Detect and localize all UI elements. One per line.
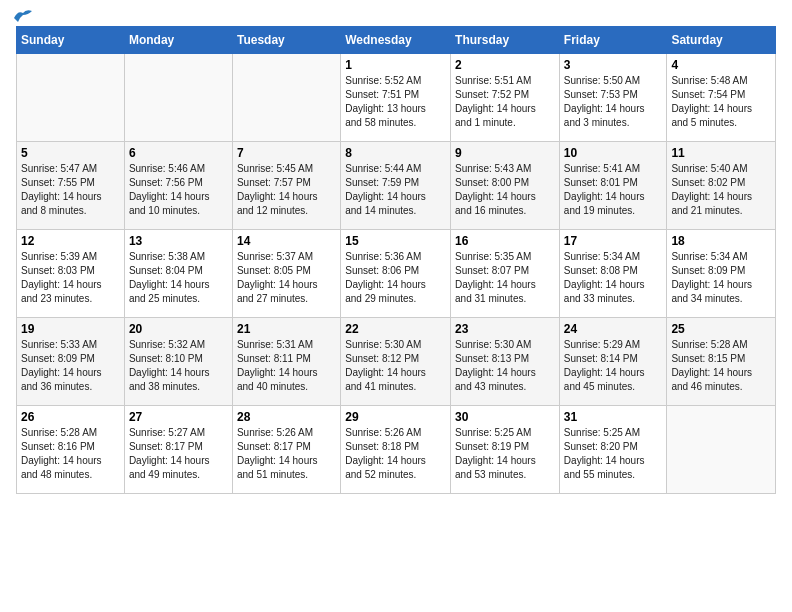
day-info: Sunrise: 5:52 AM Sunset: 7:51 PM Dayligh… bbox=[345, 74, 446, 130]
calendar-cell bbox=[124, 54, 232, 142]
day-number: 3 bbox=[564, 58, 663, 72]
calendar-cell: 24Sunrise: 5:29 AM Sunset: 8:14 PM Dayli… bbox=[559, 318, 667, 406]
day-number: 21 bbox=[237, 322, 336, 336]
calendar-cell: 29Sunrise: 5:26 AM Sunset: 8:18 PM Dayli… bbox=[341, 406, 451, 494]
calendar-cell: 13Sunrise: 5:38 AM Sunset: 8:04 PM Dayli… bbox=[124, 230, 232, 318]
day-info: Sunrise: 5:38 AM Sunset: 8:04 PM Dayligh… bbox=[129, 250, 228, 306]
day-info: Sunrise: 5:48 AM Sunset: 7:54 PM Dayligh… bbox=[671, 74, 771, 130]
weekday-header-sunday: Sunday bbox=[17, 27, 125, 54]
day-number: 7 bbox=[237, 146, 336, 160]
day-info: Sunrise: 5:39 AM Sunset: 8:03 PM Dayligh… bbox=[21, 250, 120, 306]
calendar-cell: 27Sunrise: 5:27 AM Sunset: 8:17 PM Dayli… bbox=[124, 406, 232, 494]
day-info: Sunrise: 5:34 AM Sunset: 8:08 PM Dayligh… bbox=[564, 250, 663, 306]
day-info: Sunrise: 5:32 AM Sunset: 8:10 PM Dayligh… bbox=[129, 338, 228, 394]
calendar-cell: 14Sunrise: 5:37 AM Sunset: 8:05 PM Dayli… bbox=[232, 230, 340, 318]
day-info: Sunrise: 5:25 AM Sunset: 8:19 PM Dayligh… bbox=[455, 426, 555, 482]
day-number: 22 bbox=[345, 322, 446, 336]
day-info: Sunrise: 5:35 AM Sunset: 8:07 PM Dayligh… bbox=[455, 250, 555, 306]
calendar-cell: 15Sunrise: 5:36 AM Sunset: 8:06 PM Dayli… bbox=[341, 230, 451, 318]
day-info: Sunrise: 5:41 AM Sunset: 8:01 PM Dayligh… bbox=[564, 162, 663, 218]
calendar-cell bbox=[17, 54, 125, 142]
day-number: 26 bbox=[21, 410, 120, 424]
day-info: Sunrise: 5:44 AM Sunset: 7:59 PM Dayligh… bbox=[345, 162, 446, 218]
day-info: Sunrise: 5:31 AM Sunset: 8:11 PM Dayligh… bbox=[237, 338, 336, 394]
calendar-cell: 11Sunrise: 5:40 AM Sunset: 8:02 PM Dayli… bbox=[667, 142, 776, 230]
day-number: 16 bbox=[455, 234, 555, 248]
day-info: Sunrise: 5:36 AM Sunset: 8:06 PM Dayligh… bbox=[345, 250, 446, 306]
calendar-week-4: 19Sunrise: 5:33 AM Sunset: 8:09 PM Dayli… bbox=[17, 318, 776, 406]
calendar-cell: 2Sunrise: 5:51 AM Sunset: 7:52 PM Daylig… bbox=[451, 54, 560, 142]
day-number: 5 bbox=[21, 146, 120, 160]
calendar-week-3: 12Sunrise: 5:39 AM Sunset: 8:03 PM Dayli… bbox=[17, 230, 776, 318]
day-info: Sunrise: 5:34 AM Sunset: 8:09 PM Dayligh… bbox=[671, 250, 771, 306]
calendar-cell: 4Sunrise: 5:48 AM Sunset: 7:54 PM Daylig… bbox=[667, 54, 776, 142]
calendar-cell: 21Sunrise: 5:31 AM Sunset: 8:11 PM Dayli… bbox=[232, 318, 340, 406]
day-number: 2 bbox=[455, 58, 555, 72]
calendar-week-2: 5Sunrise: 5:47 AM Sunset: 7:55 PM Daylig… bbox=[17, 142, 776, 230]
weekday-header-row: SundayMondayTuesdayWednesdayThursdayFrid… bbox=[17, 27, 776, 54]
calendar-cell: 3Sunrise: 5:50 AM Sunset: 7:53 PM Daylig… bbox=[559, 54, 667, 142]
day-info: Sunrise: 5:28 AM Sunset: 8:16 PM Dayligh… bbox=[21, 426, 120, 482]
calendar-week-5: 26Sunrise: 5:28 AM Sunset: 8:16 PM Dayli… bbox=[17, 406, 776, 494]
weekday-header-monday: Monday bbox=[124, 27, 232, 54]
calendar-cell: 20Sunrise: 5:32 AM Sunset: 8:10 PM Dayli… bbox=[124, 318, 232, 406]
day-info: Sunrise: 5:27 AM Sunset: 8:17 PM Dayligh… bbox=[129, 426, 228, 482]
calendar-cell: 1Sunrise: 5:52 AM Sunset: 7:51 PM Daylig… bbox=[341, 54, 451, 142]
day-number: 18 bbox=[671, 234, 771, 248]
calendar-cell: 5Sunrise: 5:47 AM Sunset: 7:55 PM Daylig… bbox=[17, 142, 125, 230]
calendar-cell: 16Sunrise: 5:35 AM Sunset: 8:07 PM Dayli… bbox=[451, 230, 560, 318]
weekday-header-friday: Friday bbox=[559, 27, 667, 54]
day-number: 10 bbox=[564, 146, 663, 160]
weekday-header-thursday: Thursday bbox=[451, 27, 560, 54]
day-number: 24 bbox=[564, 322, 663, 336]
calendar-cell: 23Sunrise: 5:30 AM Sunset: 8:13 PM Dayli… bbox=[451, 318, 560, 406]
day-number: 30 bbox=[455, 410, 555, 424]
day-info: Sunrise: 5:33 AM Sunset: 8:09 PM Dayligh… bbox=[21, 338, 120, 394]
day-number: 1 bbox=[345, 58, 446, 72]
calendar-cell: 9Sunrise: 5:43 AM Sunset: 8:00 PM Daylig… bbox=[451, 142, 560, 230]
day-info: Sunrise: 5:28 AM Sunset: 8:15 PM Dayligh… bbox=[671, 338, 771, 394]
calendar-cell: 18Sunrise: 5:34 AM Sunset: 8:09 PM Dayli… bbox=[667, 230, 776, 318]
calendar-cell: 17Sunrise: 5:34 AM Sunset: 8:08 PM Dayli… bbox=[559, 230, 667, 318]
day-info: Sunrise: 5:43 AM Sunset: 8:00 PM Dayligh… bbox=[455, 162, 555, 218]
day-number: 17 bbox=[564, 234, 663, 248]
calendar-cell: 30Sunrise: 5:25 AM Sunset: 8:19 PM Dayli… bbox=[451, 406, 560, 494]
calendar-cell: 6Sunrise: 5:46 AM Sunset: 7:56 PM Daylig… bbox=[124, 142, 232, 230]
day-number: 6 bbox=[129, 146, 228, 160]
day-number: 11 bbox=[671, 146, 771, 160]
day-number: 14 bbox=[237, 234, 336, 248]
calendar-cell: 10Sunrise: 5:41 AM Sunset: 8:01 PM Dayli… bbox=[559, 142, 667, 230]
day-info: Sunrise: 5:29 AM Sunset: 8:14 PM Dayligh… bbox=[564, 338, 663, 394]
calendar-cell: 8Sunrise: 5:44 AM Sunset: 7:59 PM Daylig… bbox=[341, 142, 451, 230]
day-number: 27 bbox=[129, 410, 228, 424]
calendar-table: SundayMondayTuesdayWednesdayThursdayFrid… bbox=[16, 26, 776, 494]
day-number: 4 bbox=[671, 58, 771, 72]
day-number: 15 bbox=[345, 234, 446, 248]
day-info: Sunrise: 5:26 AM Sunset: 8:18 PM Dayligh… bbox=[345, 426, 446, 482]
day-info: Sunrise: 5:40 AM Sunset: 8:02 PM Dayligh… bbox=[671, 162, 771, 218]
calendar-cell: 12Sunrise: 5:39 AM Sunset: 8:03 PM Dayli… bbox=[17, 230, 125, 318]
weekday-header-tuesday: Tuesday bbox=[232, 27, 340, 54]
day-number: 9 bbox=[455, 146, 555, 160]
day-info: Sunrise: 5:47 AM Sunset: 7:55 PM Dayligh… bbox=[21, 162, 120, 218]
day-number: 25 bbox=[671, 322, 771, 336]
day-info: Sunrise: 5:37 AM Sunset: 8:05 PM Dayligh… bbox=[237, 250, 336, 306]
day-number: 19 bbox=[21, 322, 120, 336]
day-number: 12 bbox=[21, 234, 120, 248]
calendar-cell: 19Sunrise: 5:33 AM Sunset: 8:09 PM Dayli… bbox=[17, 318, 125, 406]
calendar-cell: 25Sunrise: 5:28 AM Sunset: 8:15 PM Dayli… bbox=[667, 318, 776, 406]
day-info: Sunrise: 5:50 AM Sunset: 7:53 PM Dayligh… bbox=[564, 74, 663, 130]
day-number: 13 bbox=[129, 234, 228, 248]
day-info: Sunrise: 5:46 AM Sunset: 7:56 PM Dayligh… bbox=[129, 162, 228, 218]
day-info: Sunrise: 5:45 AM Sunset: 7:57 PM Dayligh… bbox=[237, 162, 336, 218]
calendar-cell: 22Sunrise: 5:30 AM Sunset: 8:12 PM Dayli… bbox=[341, 318, 451, 406]
weekday-header-wednesday: Wednesday bbox=[341, 27, 451, 54]
day-number: 29 bbox=[345, 410, 446, 424]
calendar-cell: 31Sunrise: 5:25 AM Sunset: 8:20 PM Dayli… bbox=[559, 406, 667, 494]
day-number: 23 bbox=[455, 322, 555, 336]
calendar-week-1: 1Sunrise: 5:52 AM Sunset: 7:51 PM Daylig… bbox=[17, 54, 776, 142]
day-info: Sunrise: 5:30 AM Sunset: 8:13 PM Dayligh… bbox=[455, 338, 555, 394]
day-number: 8 bbox=[345, 146, 446, 160]
day-info: Sunrise: 5:51 AM Sunset: 7:52 PM Dayligh… bbox=[455, 74, 555, 130]
day-info: Sunrise: 5:26 AM Sunset: 8:17 PM Dayligh… bbox=[237, 426, 336, 482]
